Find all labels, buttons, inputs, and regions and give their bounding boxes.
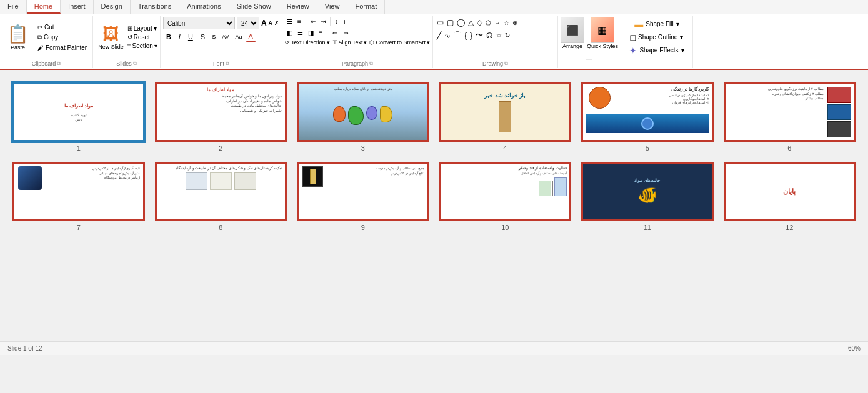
font-expand-icon[interactable]: ⧉	[226, 61, 229, 67]
slide-image-4: باز خواند شد خبر	[439, 82, 572, 142]
format-painter-button[interactable]: 🖌 Format Painter	[36, 44, 89, 52]
columns-button[interactable]: ⫼	[341, 17, 351, 26]
clipboard-expand-icon[interactable]: ⧉	[57, 61, 61, 67]
arrange-quickstyles: ⬛ Arrange ▦ Quick Styles	[561, 17, 618, 49]
tab-home[interactable]: Home	[27, 0, 61, 14]
slide-2-l3: حالت‌های مختلف ماده در طبیعت	[160, 104, 282, 109]
slide-1-line1: تهیه کننده:	[71, 112, 87, 117]
ltr-button[interactable]: ⇒	[341, 29, 351, 37]
shape-brace[interactable]: }	[469, 30, 474, 41]
tab-design[interactable]: Design	[94, 0, 131, 14]
italic-button[interactable]: I	[176, 32, 184, 42]
shape-fill-button[interactable]: ▬ Shape Fill ▾	[634, 19, 679, 29]
numbering-button[interactable]: ≡	[296, 17, 303, 26]
underline-button[interactable]: U	[185, 32, 196, 42]
shape-bracket[interactable]: {	[463, 30, 468, 41]
rtl-button[interactable]: ⇐	[330, 29, 340, 37]
main-area: مواد اطراف ما تهیه کننده: دبیر: 1 مواد ا…	[0, 70, 868, 341]
shape-triangle[interactable]: △	[467, 17, 475, 28]
shape-round-rect[interactable]: ▢	[446, 17, 455, 28]
tab-animations[interactable]: Animations	[179, 0, 229, 14]
shape-wave[interactable]: 〜	[474, 29, 484, 42]
section-button[interactable]: ≡ Section ▾	[127, 42, 157, 49]
slides-expand-icon[interactable]: ⧉	[133, 61, 137, 67]
tab-file[interactable]: File	[0, 0, 27, 14]
slide-thumb-10[interactable]: فعالیت و استفاده از قند و شکر آمیخته‌های…	[439, 162, 572, 231]
align-right[interactable]: ◨	[306, 28, 316, 37]
shape-scroll2[interactable]: ↻	[504, 31, 511, 40]
new-slide-button[interactable]: 🖼 New Slide	[96, 23, 126, 51]
tab-review[interactable]: Review	[279, 0, 317, 14]
bullets-button[interactable]: ☰	[285, 17, 294, 26]
char-spacing-button[interactable]: AV	[219, 32, 231, 41]
shape-connector[interactable]: ⌒	[452, 29, 462, 42]
font-name-select[interactable]: Calibri	[163, 17, 235, 29]
shape-circle[interactable]: ◯	[456, 17, 466, 28]
slide-6-l3: مطالب بیشتر...	[728, 96, 824, 101]
text-direction-button[interactable]: ⟳ Text Direction ▾	[285, 39, 330, 46]
shape-curve[interactable]: ∿	[443, 30, 452, 41]
align-center[interactable]: ☰	[296, 28, 305, 37]
increase-indent[interactable]: ⇥	[319, 17, 327, 26]
font-size-select[interactable]: 24	[237, 17, 259, 29]
slide-num-6: 6	[787, 144, 791, 152]
font-size-increase[interactable]: A	[261, 19, 267, 27]
copy-button[interactable]: ⧉ Copy	[36, 33, 89, 42]
slide-6-img2	[827, 104, 851, 121]
shape-fill-label: Shape Fill	[646, 21, 673, 27]
para-expand-icon[interactable]: ⧉	[369, 61, 373, 67]
reset-button[interactable]: ↺ Reset	[127, 34, 157, 41]
slide-thumb-9[interactable]: جمع‌بندی مطالب و آزمایش در مدرسه نتایج آ…	[297, 162, 429, 231]
slide-thumb-7[interactable]: نتیجه‌گیری از آزمایش‌ها در کلاس درس متن …	[12, 162, 145, 231]
slide-thumb-4[interactable]: باز خواند شد خبر 4	[439, 82, 572, 152]
shape-effects-button[interactable]: ✦ Shape Effects ▾	[629, 46, 684, 56]
slide-thumb-6[interactable]: مطالب ۲ از ماهیت در زندگی و علوم تجربی م…	[724, 82, 856, 152]
section-icon: ≡	[127, 42, 131, 49]
shape-line[interactable]: ╱	[436, 30, 442, 41]
shape-pentagon[interactable]: ⬠	[484, 18, 492, 27]
para-row2: ◧ ☰ ◨ ≡ ⇐ ⇒	[285, 28, 351, 37]
strikethrough-button[interactable]: S	[197, 32, 208, 42]
shape-arrow[interactable]: →	[493, 18, 502, 27]
paste-button[interactable]: 📋 Paste	[2, 22, 33, 52]
slide-thumb-1[interactable]: مواد اطراف ما تهیه کننده: دبیر: 1	[12, 82, 145, 152]
clipboard-group: 📋 Paste ✂ Cut ⧉ Copy 🖌 Format Painter	[0, 16, 93, 68]
convert-smartart-button[interactable]: ⬡ Convert to SmartArt ▾	[369, 39, 430, 46]
tab-transitions[interactable]: Transitions	[131, 0, 179, 14]
slide-thumb-5[interactable]: کاربرد گازها در زندگی ۱- استفاده از اکسی…	[581, 82, 714, 152]
tab-insert[interactable]: Insert	[61, 0, 94, 14]
shape-scroll[interactable]: ☊	[485, 30, 494, 41]
align-left[interactable]: ◧	[285, 28, 294, 37]
shape-rect[interactable]: ▭	[436, 17, 445, 28]
line-spacing[interactable]: ↕	[333, 17, 340, 26]
align-text-button[interactable]: ⊤ Align Text ▾	[332, 39, 367, 46]
status-bar: Slide 1 of 12 60%	[0, 341, 868, 355]
shape-more[interactable]: ⊕	[511, 18, 519, 27]
shape-outline-button[interactable]: □ Shape Outline ▾	[631, 32, 684, 42]
change-case-button[interactable]: Aa	[233, 32, 245, 41]
shape-star[interactable]: ☆	[502, 18, 511, 27]
shape-ribbon[interactable]: ☆	[495, 31, 503, 40]
tab-slideshow[interactable]: Slide Show	[229, 0, 279, 14]
slide-thumb-2[interactable]: مواد اطراف ما مواد پیرامون ما و خواص آن‌…	[155, 82, 287, 152]
arrange-button[interactable]: ⬛ Arrange	[561, 17, 584, 49]
tab-view[interactable]: View	[317, 0, 348, 14]
slide-thumb-11[interactable]: حالت‌های مواد 🐠 11	[581, 162, 714, 231]
layout-button[interactable]: ⊞ Layout ▾	[127, 25, 157, 32]
slide-thumb-8[interactable]: نمک - کریستال‌های نمک و شکل‌های مختلف آن…	[155, 162, 287, 231]
font-color-button[interactable]: A	[246, 31, 256, 42]
justify[interactable]: ≡	[317, 28, 324, 37]
slide-thumb-3[interactable]: متن نوشته شده در بالای اسلاید درباره مطل…	[297, 82, 429, 152]
slide-thumb-12[interactable]: پایان 12	[724, 162, 856, 231]
shadow-button[interactable]: S	[209, 32, 218, 41]
cut-button[interactable]: ✂ Cut	[36, 23, 89, 31]
clear-formatting[interactable]: ✗	[274, 20, 279, 26]
drawing-expand-icon[interactable]: ⧉	[504, 61, 508, 67]
decrease-indent[interactable]: ⇤	[309, 17, 317, 26]
bold-button[interactable]: B	[163, 32, 174, 42]
slide-5-bottom	[586, 114, 709, 133]
quick-styles-button[interactable]: ▦ Quick Styles	[587, 17, 618, 49]
shape-diamond[interactable]: ◇	[476, 17, 484, 28]
font-size-decrease[interactable]: A	[269, 20, 273, 26]
tab-format[interactable]: Format	[347, 0, 385, 14]
